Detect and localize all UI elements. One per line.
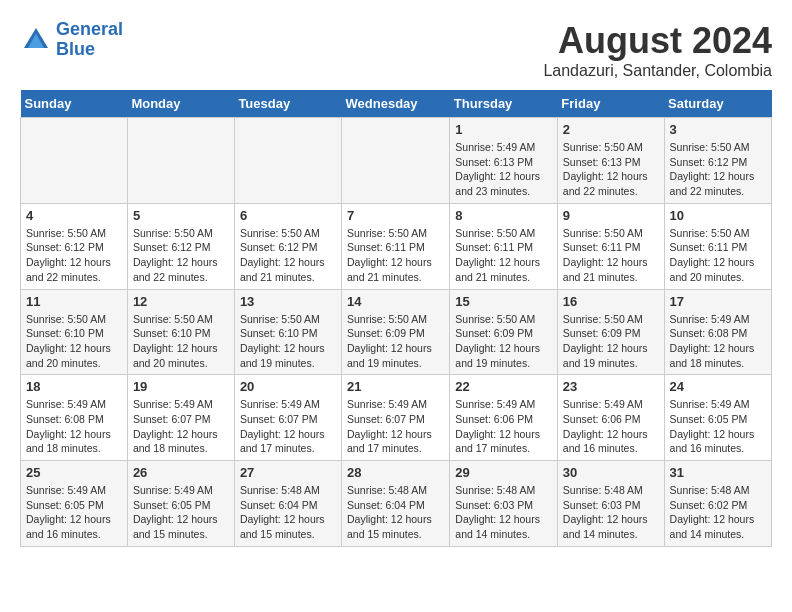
calendar-cell [127, 118, 234, 204]
day-info: Sunrise: 5:49 AMSunset: 6:08 PMDaylight:… [670, 312, 766, 371]
day-header-tuesday: Tuesday [234, 90, 341, 118]
day-info: Sunrise: 5:49 AMSunset: 6:08 PMDaylight:… [26, 397, 122, 456]
day-header-saturday: Saturday [664, 90, 771, 118]
day-number: 30 [563, 465, 659, 480]
calendar-cell: 26Sunrise: 5:49 AMSunset: 6:05 PMDayligh… [127, 461, 234, 547]
day-info: Sunrise: 5:50 AMSunset: 6:11 PMDaylight:… [670, 226, 766, 285]
calendar-header-row: SundayMondayTuesdayWednesdayThursdayFrid… [21, 90, 772, 118]
calendar-cell: 15Sunrise: 5:50 AMSunset: 6:09 PMDayligh… [450, 289, 558, 375]
calendar-week-4: 18Sunrise: 5:49 AMSunset: 6:08 PMDayligh… [21, 375, 772, 461]
day-number: 19 [133, 379, 229, 394]
day-info: Sunrise: 5:50 AMSunset: 6:11 PMDaylight:… [455, 226, 552, 285]
day-number: 22 [455, 379, 552, 394]
day-info: Sunrise: 5:48 AMSunset: 6:03 PMDaylight:… [563, 483, 659, 542]
day-info: Sunrise: 5:49 AMSunset: 6:06 PMDaylight:… [563, 397, 659, 456]
day-number: 27 [240, 465, 336, 480]
calendar-cell: 24Sunrise: 5:49 AMSunset: 6:05 PMDayligh… [664, 375, 771, 461]
calendar-cell: 20Sunrise: 5:49 AMSunset: 6:07 PMDayligh… [234, 375, 341, 461]
calendar-cell: 31Sunrise: 5:48 AMSunset: 6:02 PMDayligh… [664, 461, 771, 547]
day-info: Sunrise: 5:50 AMSunset: 6:10 PMDaylight:… [26, 312, 122, 371]
page-title: August 2024 [543, 20, 772, 62]
day-info: Sunrise: 5:49 AMSunset: 6:07 PMDaylight:… [240, 397, 336, 456]
day-number: 7 [347, 208, 444, 223]
day-number: 31 [670, 465, 766, 480]
day-info: Sunrise: 5:50 AMSunset: 6:10 PMDaylight:… [240, 312, 336, 371]
day-info: Sunrise: 5:48 AMSunset: 6:03 PMDaylight:… [455, 483, 552, 542]
day-info: Sunrise: 5:48 AMSunset: 6:02 PMDaylight:… [670, 483, 766, 542]
day-info: Sunrise: 5:50 AMSunset: 6:11 PMDaylight:… [347, 226, 444, 285]
day-info: Sunrise: 5:50 AMSunset: 6:11 PMDaylight:… [563, 226, 659, 285]
day-info: Sunrise: 5:50 AMSunset: 6:09 PMDaylight:… [563, 312, 659, 371]
day-info: Sunrise: 5:50 AMSunset: 6:09 PMDaylight:… [347, 312, 444, 371]
day-number: 12 [133, 294, 229, 309]
day-number: 24 [670, 379, 766, 394]
page-subtitle: Landazuri, Santander, Colombia [543, 62, 772, 80]
page-header: General Blue August 2024 Landazuri, Sant… [20, 20, 772, 80]
day-info: Sunrise: 5:50 AMSunset: 6:12 PMDaylight:… [240, 226, 336, 285]
day-info: Sunrise: 5:50 AMSunset: 6:10 PMDaylight:… [133, 312, 229, 371]
day-info: Sunrise: 5:49 AMSunset: 6:05 PMDaylight:… [670, 397, 766, 456]
calendar-cell: 13Sunrise: 5:50 AMSunset: 6:10 PMDayligh… [234, 289, 341, 375]
day-header-thursday: Thursday [450, 90, 558, 118]
day-info: Sunrise: 5:48 AMSunset: 6:04 PMDaylight:… [240, 483, 336, 542]
day-number: 28 [347, 465, 444, 480]
calendar-cell: 23Sunrise: 5:49 AMSunset: 6:06 PMDayligh… [557, 375, 664, 461]
calendar-cell: 6Sunrise: 5:50 AMSunset: 6:12 PMDaylight… [234, 203, 341, 289]
calendar-cell: 2Sunrise: 5:50 AMSunset: 6:13 PMDaylight… [557, 118, 664, 204]
day-number: 18 [26, 379, 122, 394]
day-header-friday: Friday [557, 90, 664, 118]
day-info: Sunrise: 5:49 AMSunset: 6:05 PMDaylight:… [133, 483, 229, 542]
day-header-monday: Monday [127, 90, 234, 118]
day-number: 14 [347, 294, 444, 309]
day-number: 17 [670, 294, 766, 309]
day-number: 10 [670, 208, 766, 223]
logo-icon [20, 24, 52, 56]
calendar-cell: 12Sunrise: 5:50 AMSunset: 6:10 PMDayligh… [127, 289, 234, 375]
logo-text: General Blue [56, 20, 123, 60]
day-info: Sunrise: 5:49 AMSunset: 6:05 PMDaylight:… [26, 483, 122, 542]
calendar-cell: 22Sunrise: 5:49 AMSunset: 6:06 PMDayligh… [450, 375, 558, 461]
calendar-cell: 25Sunrise: 5:49 AMSunset: 6:05 PMDayligh… [21, 461, 128, 547]
calendar-week-2: 4Sunrise: 5:50 AMSunset: 6:12 PMDaylight… [21, 203, 772, 289]
calendar-week-1: 1Sunrise: 5:49 AMSunset: 6:13 PMDaylight… [21, 118, 772, 204]
day-number: 3 [670, 122, 766, 137]
day-info: Sunrise: 5:50 AMSunset: 6:12 PMDaylight:… [670, 140, 766, 199]
calendar-cell: 14Sunrise: 5:50 AMSunset: 6:09 PMDayligh… [342, 289, 450, 375]
day-info: Sunrise: 5:50 AMSunset: 6:09 PMDaylight:… [455, 312, 552, 371]
day-header-wednesday: Wednesday [342, 90, 450, 118]
day-info: Sunrise: 5:49 AMSunset: 6:07 PMDaylight:… [133, 397, 229, 456]
calendar-cell: 27Sunrise: 5:48 AMSunset: 6:04 PMDayligh… [234, 461, 341, 547]
calendar-cell: 17Sunrise: 5:49 AMSunset: 6:08 PMDayligh… [664, 289, 771, 375]
calendar-cell: 9Sunrise: 5:50 AMSunset: 6:11 PMDaylight… [557, 203, 664, 289]
calendar-cell: 7Sunrise: 5:50 AMSunset: 6:11 PMDaylight… [342, 203, 450, 289]
calendar-cell [21, 118, 128, 204]
day-number: 23 [563, 379, 659, 394]
day-info: Sunrise: 5:50 AMSunset: 6:12 PMDaylight:… [133, 226, 229, 285]
day-number: 1 [455, 122, 552, 137]
calendar-cell: 29Sunrise: 5:48 AMSunset: 6:03 PMDayligh… [450, 461, 558, 547]
calendar-cell [342, 118, 450, 204]
calendar-cell: 30Sunrise: 5:48 AMSunset: 6:03 PMDayligh… [557, 461, 664, 547]
day-number: 20 [240, 379, 336, 394]
calendar-cell: 21Sunrise: 5:49 AMSunset: 6:07 PMDayligh… [342, 375, 450, 461]
day-number: 21 [347, 379, 444, 394]
day-number: 26 [133, 465, 229, 480]
logo-line2: Blue [56, 39, 95, 59]
calendar-cell: 10Sunrise: 5:50 AMSunset: 6:11 PMDayligh… [664, 203, 771, 289]
day-number: 15 [455, 294, 552, 309]
day-number: 25 [26, 465, 122, 480]
day-number: 11 [26, 294, 122, 309]
calendar-week-3: 11Sunrise: 5:50 AMSunset: 6:10 PMDayligh… [21, 289, 772, 375]
day-number: 9 [563, 208, 659, 223]
calendar-cell: 11Sunrise: 5:50 AMSunset: 6:10 PMDayligh… [21, 289, 128, 375]
calendar-cell [234, 118, 341, 204]
calendar-cell: 28Sunrise: 5:48 AMSunset: 6:04 PMDayligh… [342, 461, 450, 547]
day-number: 13 [240, 294, 336, 309]
day-number: 2 [563, 122, 659, 137]
day-info: Sunrise: 5:48 AMSunset: 6:04 PMDaylight:… [347, 483, 444, 542]
title-block: August 2024 Landazuri, Santander, Colomb… [543, 20, 772, 80]
calendar-cell: 18Sunrise: 5:49 AMSunset: 6:08 PMDayligh… [21, 375, 128, 461]
logo-line1: General [56, 19, 123, 39]
day-info: Sunrise: 5:50 AMSunset: 6:13 PMDaylight:… [563, 140, 659, 199]
day-number: 29 [455, 465, 552, 480]
